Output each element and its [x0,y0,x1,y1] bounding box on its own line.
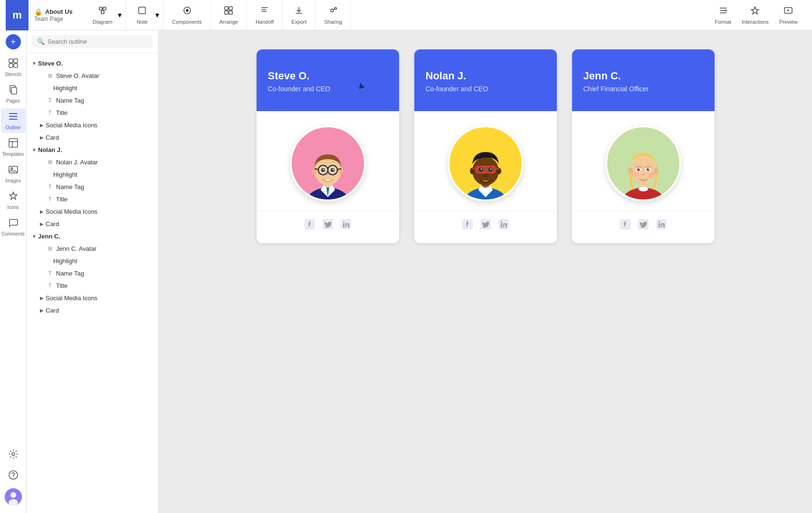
diagram-dropdown-arrow[interactable]: ▾ [118,10,122,19]
rail-pages[interactable]: Pages [1,82,26,106]
linkedin-icon-nolan[interactable] [498,219,509,232]
comments-label: Comments [1,231,24,237]
tree-label: Name Tag [56,97,154,104]
tree-label: Jenn C. Avatar [56,245,154,252]
diagram-button[interactable]: Diagram [88,3,117,28]
rail-icons[interactable]: Icons [1,188,26,213]
templates-label: Templates [2,152,24,157]
card-jenn[interactable]: Jenn C. Chief Financial Officer [572,49,715,243]
tree-label: Card [46,220,154,228]
tree-item-nolan-social[interactable]: Social Media Icons [27,205,158,218]
svg-point-90 [632,172,639,177]
facebook-icon-steve[interactable] [305,219,315,232]
rail-comments[interactable]: Comments [1,215,26,239]
tree-arrow [38,72,46,79]
left-rail: + Stencils Pages Outline Templates [0,30,27,513]
twitter-icon-steve[interactable] [323,219,333,232]
tree-item-jenn-root[interactable]: Jenn C. [27,230,158,242]
card-steve[interactable]: Steve O. Co-founder and CEO [257,49,399,243]
svg-rect-0 [99,7,102,10]
svg-point-91 [648,172,655,177]
breadcrumb-bottom: Team Page [34,16,73,22]
tree-arrow [38,121,46,129]
card-avatar-jenn [572,111,715,211]
tree-item-steve-social[interactable]: Social Media Icons [27,119,158,131]
tree-arrow [38,294,46,302]
pages-label: Pages [6,98,19,104]
outline-search-area: 🔍 [27,30,158,53]
components-button[interactable]: Components [167,3,206,28]
outline-label: Outline [6,125,21,130]
tree-item-jenn-highlight[interactable]: Highlight [27,255,158,267]
tree-arrow [46,257,53,265]
settings-button[interactable] [5,446,22,464]
tree-item-steve-root[interactable]: Steve O. [27,57,158,69]
tree-item-nolan-title[interactable]: T Title [27,193,158,205]
rail-outline[interactable]: Outline [1,108,26,133]
tree-item-jenn-avatar[interactable]: ⊞ Jenn C. Avatar [27,242,158,255]
add-button[interactable]: + [6,34,21,49]
help-button[interactable] [5,467,22,484]
tree-item-steve-highlight[interactable]: Highlight [27,82,158,94]
arrange-button[interactable]: Arrange [215,3,243,28]
app-logo[interactable]: m [6,0,29,30]
tree-item-nolan-nametag[interactable]: T Name Tag [27,180,158,193]
text-type-icon: T [46,182,54,191]
tree-label-nolan: Nolan J. [38,146,154,153]
format-icon [718,6,728,18]
svg-rect-57 [343,223,344,228]
rail-stencils[interactable]: Stencils [1,55,26,80]
tree-item-nolan-root[interactable]: Nolan J. [27,143,158,156]
tree-label: Highlight [53,171,154,178]
note-button[interactable]: Note [130,3,154,28]
tree-item-nolan-highlight[interactable]: Highlight [27,168,158,180]
toolbar-handoff-section: Handoff [247,0,283,30]
export-button[interactable]: Export [287,3,311,28]
tree-item-nolan-avatar[interactable]: ⊞ Nolan J. Avatar [27,156,158,168]
interactions-button[interactable]: Interactions [737,3,774,28]
facebook-icon-nolan[interactable] [462,219,473,232]
linkedin-icon-steve[interactable] [341,219,351,232]
tree-item-jenn-card[interactable]: Card [27,304,158,316]
card-title-steve: Co-founder and CEO [268,85,388,93]
tree-label: Name Tag [56,270,154,277]
tree-item-steve-avatar[interactable]: ⊞ Steve O. Avatar [27,69,158,82]
tree-item-jenn-nametag[interactable]: T Name Tag [27,267,158,279]
tree-item-nolan-card[interactable]: Card [27,218,158,230]
preview-button[interactable]: Preview [774,3,802,28]
twitter-icon-nolan[interactable] [480,219,491,232]
svg-point-52 [323,169,324,171]
facebook-icon-jenn[interactable] [620,219,630,232]
svg-point-83 [654,168,659,174]
icons-icon [8,191,19,204]
text-type-icon: T [46,108,54,117]
tree-item-jenn-social[interactable]: Social Media Icons [27,292,158,304]
rail-templates[interactable]: Templates [1,135,26,160]
card-nolan[interactable]: Nolan J. Co-founder and CEO [414,49,557,243]
canvas-area[interactable]: Steve O. Co-founder and CEO [159,30,812,513]
tree-item-steve-card[interactable]: Card [27,131,158,143]
rail-images[interactable]: Images [1,162,26,186]
search-input[interactable] [48,38,148,45]
svg-rect-22 [9,64,13,67]
tree-label: Steve O. Avatar [56,72,154,79]
toolbar-diagram-section: Diagram ▾ [84,0,126,30]
tree-label: Highlight [53,257,154,265]
handoff-icon [260,6,269,18]
note-dropdown-arrow[interactable]: ▾ [155,10,159,19]
tree-item-steve-title[interactable]: T Title [27,106,158,119]
sharing-button[interactable]: Sharing [319,3,347,28]
twitter-icon-jenn[interactable] [638,219,649,232]
icons-label: Icons [8,205,19,210]
format-button[interactable]: Format [710,3,736,28]
card-name-jenn: Jenn C. [583,70,703,82]
tree-item-steve-nametag[interactable]: T Name Tag [27,94,158,106]
tree-label: Title [56,109,154,116]
card-header-nolan: Nolan J. Co-founder and CEO [414,49,557,111]
user-avatar[interactable] [5,488,22,505]
linkedin-icon-jenn[interactable] [656,219,667,232]
svg-rect-8 [229,7,232,10]
handoff-button[interactable]: Handoff [251,3,278,28]
tree-item-jenn-title[interactable]: T Title [27,279,158,292]
handoff-label: Handoff [256,19,274,25]
